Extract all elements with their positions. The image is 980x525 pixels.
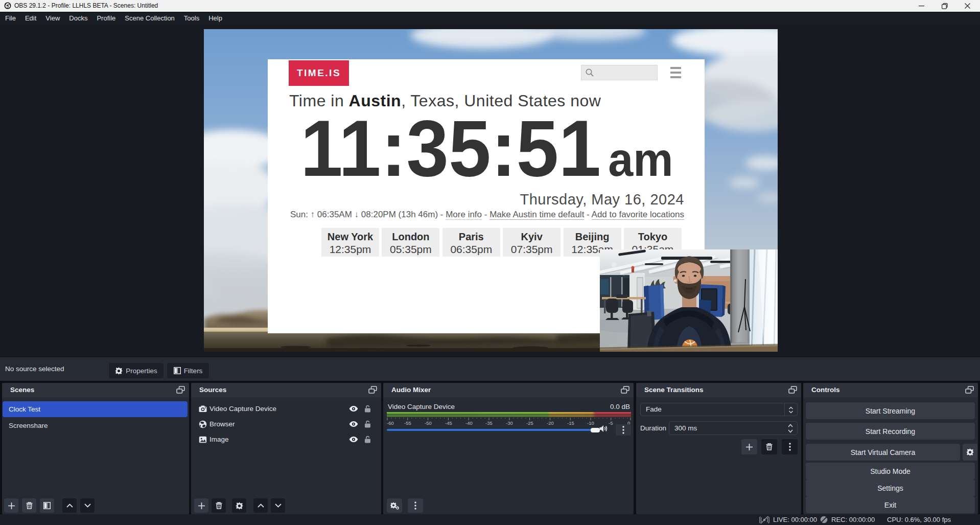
visibility-eye-icon[interactable]: [349, 436, 358, 443]
filters-button[interactable]: Filters: [167, 363, 209, 378]
timeis-search-input[interactable]: [581, 65, 658, 80]
transition-properties-button[interactable]: [782, 439, 798, 454]
trash-icon: [26, 502, 33, 509]
timeis-date: Thursday, May 16, 2024: [520, 191, 684, 208]
source-properties-button[interactable]: [232, 498, 246, 513]
minimize-button[interactable]: [910, 0, 933, 12]
kebab-icon: [414, 501, 416, 510]
popout-icon[interactable]: [965, 386, 974, 394]
add-scene-button[interactable]: [4, 498, 18, 513]
svg-text:-35: -35: [485, 420, 493, 425]
menu-file[interactable]: File: [1, 12, 20, 25]
unlock-icon[interactable]: [364, 405, 371, 413]
mixer-channel-menu-button[interactable]: [616, 424, 631, 436]
popout-icon[interactable]: [176, 386, 185, 394]
preview-canvas[interactable]: TIME.IS Time in Austin, Texas, United St…: [0, 25, 980, 356]
move-source-down-button[interactable]: [271, 498, 285, 513]
menu-tools[interactable]: Tools: [179, 12, 204, 25]
timeis-sun-info: Sun: ↑ 06:35AM ↓ 08:20PM (13h 46m) - Mor…: [290, 210, 684, 220]
visibility-eye-icon[interactable]: [349, 420, 358, 428]
restore-button[interactable]: [933, 0, 956, 12]
svg-text:-5: -5: [609, 420, 613, 425]
spinner-arrows-icon[interactable]: [788, 406, 794, 414]
volume-slider-track[interactable]: [387, 429, 600, 431]
scenes-dock-header[interactable]: Scenes: [2, 383, 189, 397]
city-tile-paris[interactable]: Paris06:35pm: [442, 228, 500, 257]
virtual-camera-settings-button[interactable]: [963, 444, 977, 461]
menu-profile[interactable]: Profile: [92, 12, 120, 25]
transitions-dock-header[interactable]: Scene Transitions: [636, 383, 801, 397]
popout-icon[interactable]: [788, 386, 797, 394]
remove-source-button[interactable]: [212, 498, 226, 513]
filter-icon: [174, 367, 181, 374]
sources-dock-header[interactable]: Sources: [191, 383, 381, 397]
mixer-dock-header[interactable]: Audio Mixer: [383, 383, 634, 397]
settings-button[interactable]: Settings: [806, 480, 975, 496]
scene-item-clock-test[interactable]: Clock Test: [3, 401, 188, 417]
popout-icon[interactable]: [368, 386, 377, 394]
source-row-image[interactable]: Image: [191, 432, 381, 447]
remove-scene-button[interactable]: [22, 498, 36, 513]
menu-help[interactable]: Help: [204, 12, 227, 25]
city-tile-london[interactable]: London05:35pm: [382, 228, 439, 257]
properties-button[interactable]: Properties: [109, 363, 164, 378]
start-virtual-camera-button[interactable]: Start Virtual Camera: [806, 444, 960, 461]
volume-slider[interactable]: [387, 427, 596, 432]
menu-view[interactable]: View: [41, 12, 64, 25]
hamburger-menu-icon[interactable]: [670, 67, 681, 78]
spinbox-arrows-icon[interactable]: [787, 423, 794, 434]
svg-text:-55: -55: [404, 420, 411, 425]
menu-docks[interactable]: Docks: [64, 12, 92, 25]
scene-filters-button[interactable]: [40, 498, 54, 513]
controls-dock-header[interactable]: Controls: [803, 383, 978, 397]
advanced-audio-button[interactable]: [387, 498, 402, 513]
filter-small-icon: [43, 502, 51, 509]
timeis-logo[interactable]: TIME.IS: [289, 60, 349, 86]
kebab-icon: [789, 443, 791, 451]
visibility-eye-icon[interactable]: [349, 405, 358, 413]
plus-icon: [198, 503, 205, 509]
duration-spinbox[interactable]: 300 ms: [669, 421, 798, 435]
source-row-video-capture[interactable]: Video Capture Device: [191, 401, 381, 417]
add-favorite-link[interactable]: Add to favorite locations: [592, 210, 684, 220]
transition-select[interactable]: Fade: [640, 403, 798, 416]
mixer-title: Audio Mixer: [391, 383, 431, 397]
start-streaming-button[interactable]: Start Streaming: [806, 402, 975, 419]
chevron-down-icon: [275, 504, 282, 508]
volume-slider-handle[interactable]: [591, 428, 600, 432]
volume-meter: -60 -55 -50 -45 -40 -35 -30 -25 -20 -15 …: [387, 412, 631, 425]
add-source-button[interactable]: [194, 498, 208, 513]
make-default-link[interactable]: Make Austin time default: [489, 210, 584, 220]
add-transition-button[interactable]: [741, 439, 757, 454]
mixer-menu-button[interactable]: [408, 498, 423, 513]
unlock-icon[interactable]: [364, 436, 371, 443]
duration-value: 300 ms: [674, 422, 697, 435]
remove-transition-button[interactable]: [761, 439, 777, 454]
close-button[interactable]: [956, 0, 979, 12]
program-preview[interactable]: TIME.IS Time in Austin, Texas, United St…: [204, 29, 778, 352]
menu-edit[interactable]: Edit: [20, 12, 41, 25]
studio-mode-button[interactable]: Studio Mode: [806, 463, 975, 480]
mixer-db-value: 0.0 dB: [610, 403, 630, 410]
menu-scene-collection[interactable]: Scene Collection: [120, 12, 179, 25]
scene-item-screenshare[interactable]: Screenshare: [3, 418, 188, 433]
more-info-link[interactable]: More info: [446, 210, 482, 220]
obs-logo-icon: [4, 2, 11, 9]
city-tile-kyiv[interactable]: Kyiv07:35pm: [503, 228, 561, 257]
speaker-icon[interactable]: [599, 425, 608, 432]
start-recording-button[interactable]: Start Recording: [806, 423, 975, 440]
move-scene-up-button[interactable]: [62, 498, 77, 513]
rec-status: REC: 00:00:00: [820, 514, 875, 525]
move-scene-down-button[interactable]: [80, 498, 95, 513]
exit-button[interactable]: Exit: [806, 496, 975, 513]
rec-time: REC: 00:00:00: [831, 514, 875, 525]
minimize-icon: [919, 3, 924, 9]
trash-icon: [766, 443, 773, 450]
gear-icon: [966, 448, 974, 456]
unlock-icon[interactable]: [364, 420, 371, 428]
transitions-title: Scene Transitions: [644, 383, 704, 397]
city-tile-newyork[interactable]: New York12:35pm: [321, 228, 379, 257]
popout-icon[interactable]: [621, 386, 629, 394]
move-source-up-button[interactable]: [253, 498, 268, 513]
source-row-browser[interactable]: Browser: [191, 417, 381, 432]
